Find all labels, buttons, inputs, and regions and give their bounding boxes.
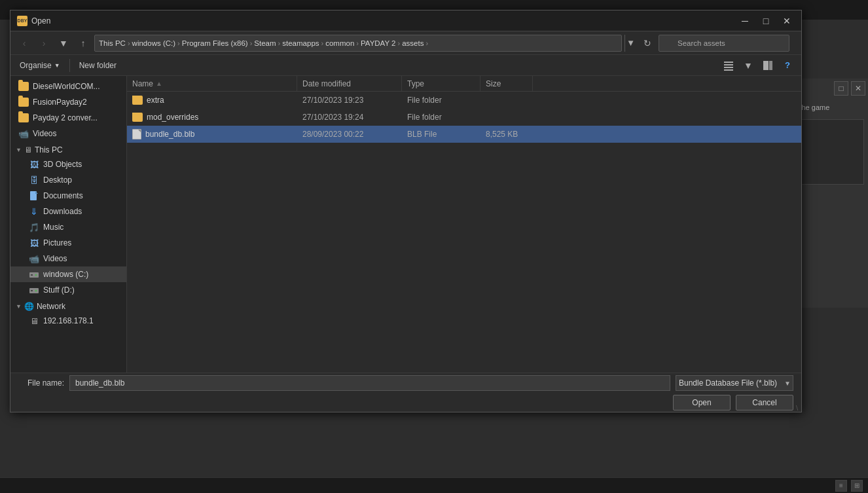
close-btn[interactable]: ✕ bbox=[778, 14, 796, 27]
view-dropdown-btn[interactable]: ▼ bbox=[740, 57, 757, 74]
cancel-btn[interactable]: Cancel bbox=[736, 395, 793, 411]
svg-rect-0 bbox=[724, 62, 733, 63]
open-btn[interactable]: Open bbox=[673, 395, 731, 411]
svg-point-10 bbox=[35, 274, 37, 276]
file-row-bundle-db[interactable]: bundle_db.blb 28/09/2023 00:22 BLB File … bbox=[127, 126, 801, 143]
file-date-extra: 27/10/2023 19:23 bbox=[297, 96, 402, 105]
sidebar-item-label: Stuff (D:) bbox=[43, 285, 75, 295]
filename-input[interactable] bbox=[69, 375, 670, 391]
maximize-btn[interactable]: □ bbox=[757, 14, 775, 27]
organise-label: Organise bbox=[20, 61, 52, 70]
main-content: DieselWorldCOM... FusionPayday2 Payday 2… bbox=[10, 76, 801, 373]
breadcrumb-program-files[interactable]: Program Files (x86) bbox=[182, 39, 248, 47]
minimize-btn[interactable]: ─ bbox=[736, 14, 754, 27]
breadcrumb-common[interactable]: common bbox=[325, 39, 354, 47]
file-name-mod-overrides: mod_overrides bbox=[127, 113, 297, 122]
sidebar-item-fusionpayday[interactable]: FusionPayday2 bbox=[10, 94, 126, 110]
breadcrumb-this-pc[interactable]: This PC bbox=[99, 39, 126, 47]
sidebar-item-label: Music bbox=[43, 223, 63, 232]
sidebar-item-music[interactable]: 🎵 Music bbox=[10, 219, 126, 235]
breadcrumb-assets[interactable]: assets bbox=[402, 39, 424, 47]
right-panel-close-btn[interactable]: ✕ bbox=[851, 81, 865, 96]
breadcrumb-bar[interactable]: This PC › windows (C:) › Program Files (… bbox=[94, 35, 622, 52]
status-icon-grid[interactable]: ⊞ bbox=[851, 480, 863, 492]
col-header-name[interactable]: Name ▲ bbox=[127, 76, 297, 91]
preview-pane-btn[interactable] bbox=[759, 57, 776, 74]
file-row-extra[interactable]: extra 27/10/2023 19:23 File folder bbox=[127, 92, 801, 109]
sidebar-item-stuff-d[interactable]: Stuff (D:) bbox=[10, 282, 126, 298]
desktop-icon: 🗄 bbox=[29, 175, 39, 185]
svg-rect-4 bbox=[763, 61, 769, 70]
organise-arrow: ▼ bbox=[54, 62, 60, 69]
sort-arrow: ▲ bbox=[156, 80, 162, 87]
file-date-mod-overrides: 27/10/2023 19:24 bbox=[297, 113, 402, 122]
filename-label: File name: bbox=[18, 378, 64, 388]
folder-icon: 📹 bbox=[18, 128, 29, 139]
refresh-btn[interactable]: ↻ bbox=[639, 35, 656, 52]
help-btn[interactable]: ? bbox=[779, 57, 796, 74]
downloads-icon: ⇓ bbox=[29, 206, 39, 217]
view-list-btn[interactable] bbox=[720, 57, 737, 74]
sidebar-item-label: 192.168.178.1 bbox=[43, 316, 94, 325]
status-icon-list[interactable]: ≡ bbox=[835, 480, 847, 492]
sidebar-item-3d-objects[interactable]: 🖼 3D Objects bbox=[10, 156, 126, 172]
network-header[interactable]: ▼ 🌐 Network bbox=[10, 298, 126, 313]
new-folder-btn[interactable]: New folder bbox=[75, 59, 120, 72]
this-pc-label: This PC bbox=[35, 145, 63, 155]
videos-icon: 📹 bbox=[29, 253, 39, 264]
folder-icon bbox=[18, 113, 29, 123]
dialog-title-bar: DBY Open ─ □ ✕ bbox=[10, 10, 801, 31]
sidebar-item-label: Payday 2 conver... bbox=[33, 113, 98, 122]
recent-btn[interactable]: ▼ bbox=[55, 35, 72, 52]
sidebar-item-documents[interactable]: Documents bbox=[10, 188, 126, 204]
search-input[interactable] bbox=[659, 35, 789, 52]
breadcrumb-payday2[interactable]: PAYDAY 2 bbox=[361, 39, 395, 47]
col-header-date[interactable]: Date modified bbox=[297, 76, 402, 91]
title-bar-controls: ─ □ ✕ bbox=[736, 14, 796, 27]
expand-icon: ▼ bbox=[16, 147, 22, 153]
drive-icon bbox=[29, 269, 39, 280]
sidebar-item-desktop[interactable]: 🗄 Desktop bbox=[10, 172, 126, 188]
column-headers: Name ▲ Date modified Type Size bbox=[127, 76, 801, 92]
expand-icon: ▼ bbox=[16, 303, 22, 310]
search-wrapper: 🔍 bbox=[659, 35, 796, 52]
col-header-type[interactable]: Type bbox=[402, 76, 480, 91]
bg-statusbar: ≡ ⊞ bbox=[0, 477, 868, 493]
file-name-bundle-db: bundle_db.blb bbox=[127, 129, 297, 139]
sidebar-item-videos-top[interactable]: 📹 Videos bbox=[10, 126, 126, 141]
breadcrumb-steamapps[interactable]: steamapps bbox=[282, 39, 319, 47]
sidebar-item-label: windows (C:) bbox=[43, 270, 88, 279]
sidebar-item-pictures[interactable]: 🖼 Pictures bbox=[10, 235, 126, 251]
sidebar-item-192[interactable]: 🖥 192.168.178.1 bbox=[10, 313, 126, 329]
breadcrumb-c-drive[interactable]: windows (C:) bbox=[132, 39, 175, 47]
up-btn[interactable]: ↑ bbox=[75, 35, 92, 52]
col-date-label: Date modified bbox=[302, 79, 351, 88]
pictures-icon: 🖼 bbox=[29, 238, 39, 248]
sidebar-item-videos[interactable]: 📹 Videos bbox=[10, 251, 126, 266]
back-btn[interactable]: ‹ bbox=[16, 35, 33, 52]
col-size-label: Size bbox=[486, 79, 501, 88]
filename-row: File name: Bundle Database File (*.blb) … bbox=[18, 375, 793, 391]
breadcrumb-dropdown-btn[interactable]: ▼ bbox=[624, 35, 636, 52]
file-row-mod-overrides[interactable]: mod_overrides 27/10/2023 19:24 File fold… bbox=[127, 109, 801, 126]
right-panel-controls: □ ✕ bbox=[834, 81, 865, 96]
svg-rect-3 bbox=[724, 69, 733, 71]
sidebar-item-windows-c[interactable]: windows (C:) bbox=[10, 266, 126, 282]
right-panel-restore-btn[interactable]: □ bbox=[834, 81, 848, 96]
col-name-label: Name bbox=[132, 79, 153, 88]
title-bar-left: DBY Open bbox=[17, 16, 50, 26]
svg-rect-12 bbox=[31, 290, 33, 291]
this-pc-header[interactable]: ▼ 🖥 This PC bbox=[10, 141, 126, 156]
filetype-select[interactable]: Bundle Database File (*.blb) bbox=[676, 375, 793, 391]
forward-btn[interactable]: › bbox=[35, 35, 52, 52]
sidebar-item-dieselworld[interactable]: DieselWorldCOM... bbox=[10, 79, 126, 94]
music-icon: 🎵 bbox=[29, 222, 39, 232]
sidebar-item-downloads[interactable]: ⇓ Downloads bbox=[10, 204, 126, 219]
resize-handle[interactable]: ∖ bbox=[792, 403, 801, 412]
organise-btn[interactable]: Organise ▼ bbox=[16, 59, 64, 72]
file-date-bundle-db: 28/09/2023 00:22 bbox=[297, 130, 402, 139]
breadcrumb-steam[interactable]: Steam bbox=[254, 39, 276, 47]
col-header-size[interactable]: Size bbox=[480, 76, 533, 91]
sidebar-item-payday2conver[interactable]: Payday 2 conver... bbox=[10, 110, 126, 126]
toolbar-separator bbox=[69, 59, 70, 72]
